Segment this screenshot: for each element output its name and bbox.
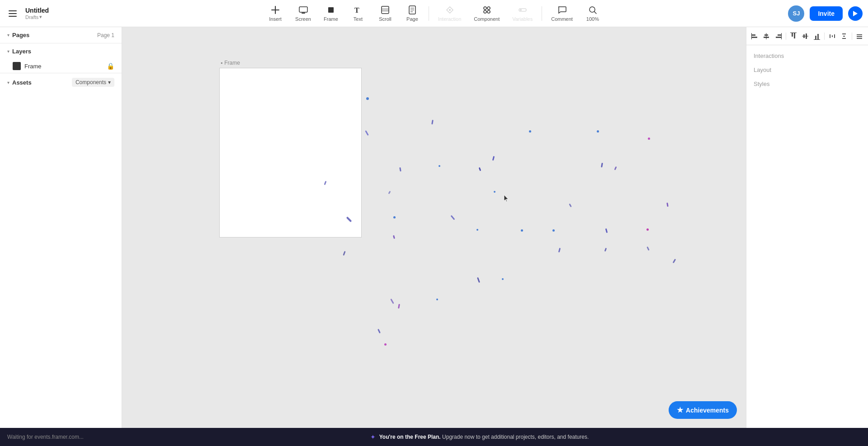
layout-section[interactable]: Layout [754,66,861,73]
svg-rect-44 [843,36,845,37]
tool-insert[interactable]: Insert [263,2,288,24]
layers-chevron: ▾ [7,49,9,54]
confetti-3 [365,130,369,136]
align-top-button[interactable] [789,31,799,42]
confetti-33 [604,248,607,252]
svg-rect-29 [776,37,781,38]
confetti-38 [436,299,438,300]
svg-point-15 [487,7,490,9]
tool-screen[interactable]: Screen [290,2,316,24]
interaction-icon [445,5,455,15]
upgrade-icon: ✦ [370,433,376,441]
frame-label: ▪ Frame [221,60,240,66]
confetti-34 [646,247,650,251]
confetti-29 [614,166,617,171]
assets-title: Assets [12,79,32,86]
frame-icon [326,5,336,15]
tool-comment[interactable]: Comment [546,2,578,24]
align-right-icon [774,33,782,40]
confetti-23 [502,278,504,280]
svg-rect-28 [778,34,781,36]
more-align-icon [856,33,863,40]
pages-section-header[interactable]: ▾ Pages Page 1 [0,27,122,43]
confetti-19 [494,191,495,193]
component-icon [482,5,492,15]
align-bottom-button[interactable] [812,31,822,42]
right-sidebar: Interactions Layout Styles [746,45,868,428]
svg-point-16 [484,10,486,13]
svg-rect-2 [299,7,307,12]
layer-item-frame[interactable]: Frame 🔒 [0,59,122,73]
toolbar-left: Untitled Drafts ▾ [5,6,96,21]
svg-rect-41 [832,35,833,37]
confetti-31 [646,228,649,231]
layers-section-header[interactable]: ▾ Layers [0,43,122,59]
tool-zoom[interactable]: 100% [580,2,605,24]
confetti-1 [366,97,369,100]
top-toolbar: Untitled Drafts ▾ Insert Screen [0,0,868,27]
hamburger-button[interactable] [5,6,20,21]
tool-text[interactable]: T Text [345,2,371,24]
confetti-10 [388,191,391,195]
svg-text:T: T [354,6,359,14]
tool-page[interactable]: Page [400,2,425,24]
confetti-17 [439,165,440,167]
cursor [504,195,509,203]
variables-icon [518,5,528,15]
invite-button[interactable]: Invite [810,6,843,21]
styles-section[interactable]: Styles [754,81,861,87]
status-left: Waiting for events.framer.com... [0,434,91,440]
layers-section: ▾ Layers Frame 🔒 [0,43,122,73]
svg-rect-4 [328,7,334,13]
project-subtitle[interactable]: Drafts ▾ [25,14,49,20]
user-avatar[interactable]: SJ [788,5,804,22]
confetti-32 [605,228,608,233]
assets-section: ▾ Assets Components ▾ [0,73,122,91]
page-name: Page 1 [97,32,114,38]
more-align-button[interactable] [854,31,864,42]
comment-icon [557,5,567,15]
assets-section-header[interactable]: ▾ Assets Components ▾ [0,73,122,91]
confetti-21 [521,229,523,232]
distribute-v-button[interactable] [839,31,849,42]
canvas-inner: ▪ Frame [122,27,746,428]
project-title: Untitled [25,7,49,14]
tool-interaction[interactable]: Interaction [433,2,467,24]
align-center-h-icon [763,33,770,40]
align-left-icon [751,33,759,40]
svg-rect-48 [857,38,862,39]
interactions-section[interactable]: Interactions [754,52,861,59]
confetti-25 [558,248,561,252]
frame-box[interactable] [219,68,362,237]
align-bottom-icon [813,33,821,40]
svg-rect-40 [830,34,830,38]
achievements-button[interactable]: ★ Achievements [669,401,737,419]
svg-rect-45 [842,38,846,39]
svg-rect-36 [802,36,808,36]
assets-dropdown[interactable]: Components ▾ [72,78,114,87]
assets-chevron: ▾ [7,80,9,85]
upgrade-text: You're on the Free Plan. Upgrade now to … [379,434,589,440]
status-bar: Waiting for events.framer.com... ✦ You'r… [0,428,868,446]
svg-rect-33 [790,33,797,33]
confetti-11 [393,235,395,239]
preview-button[interactable] [848,6,863,21]
align-right-button[interactable] [773,31,783,42]
canvas[interactable]: ▪ Frame [122,27,746,428]
tool-variables[interactable]: Variables [507,2,538,24]
project-info: Untitled Drafts ▾ [25,7,49,20]
distribute-h-button[interactable] [827,31,837,42]
align-center-h-button[interactable] [762,31,772,42]
confetti-12 [343,251,345,256]
confetti-9 [399,167,401,171]
confetti-6 [479,167,481,171]
page-icon [407,5,417,15]
achievements-star-icon: ★ [677,406,683,414]
tool-frame[interactable]: Frame [318,2,344,24]
tool-scroll[interactable]: Scroll [373,2,398,24]
align-center-v-button[interactable] [800,31,810,42]
play-icon [853,10,858,17]
text-icon: T [353,5,363,15]
tool-component[interactable]: Component [468,2,505,24]
align-left-button[interactable] [750,31,760,42]
